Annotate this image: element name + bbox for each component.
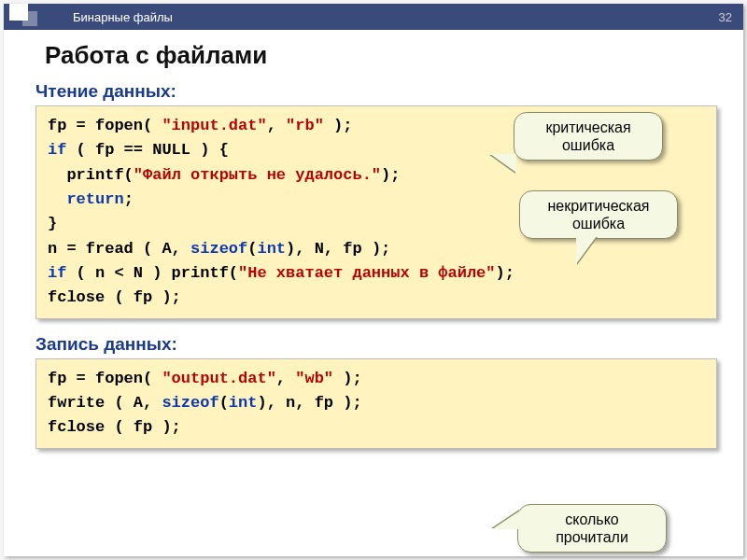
callout-tail-icon xyxy=(576,236,597,264)
callout-tail-icon xyxy=(490,154,516,173)
callout-label: критическая ошибка xyxy=(545,119,630,153)
slide: Бинарные файлы 32 Работа с файлами Чтени… xyxy=(4,4,743,556)
callout-label: сколько прочитали xyxy=(556,511,628,545)
code-block-write: fp = fopen( "output.dat", "wb" ); fwrite… xyxy=(35,358,717,449)
breadcrumb: Бинарные файлы xyxy=(73,10,173,24)
callout-noncritical-error: некритическая ошибка xyxy=(519,190,678,239)
callout-how-many-read: сколько прочитали xyxy=(517,504,667,553)
header-squares-icon xyxy=(4,4,60,30)
callout-label: некритическая ошибка xyxy=(548,198,650,231)
section-heading-write: Запись данных: xyxy=(4,329,743,358)
page-number: 32 xyxy=(719,10,732,24)
topbar: Бинарные файлы 32 xyxy=(4,4,743,30)
callout-critical-error: критическая ошибка xyxy=(514,112,663,161)
callout-tail-icon xyxy=(492,511,520,529)
section-heading-read: Чтение данных: xyxy=(4,76,743,105)
page-title: Работа с файлами xyxy=(4,30,743,76)
